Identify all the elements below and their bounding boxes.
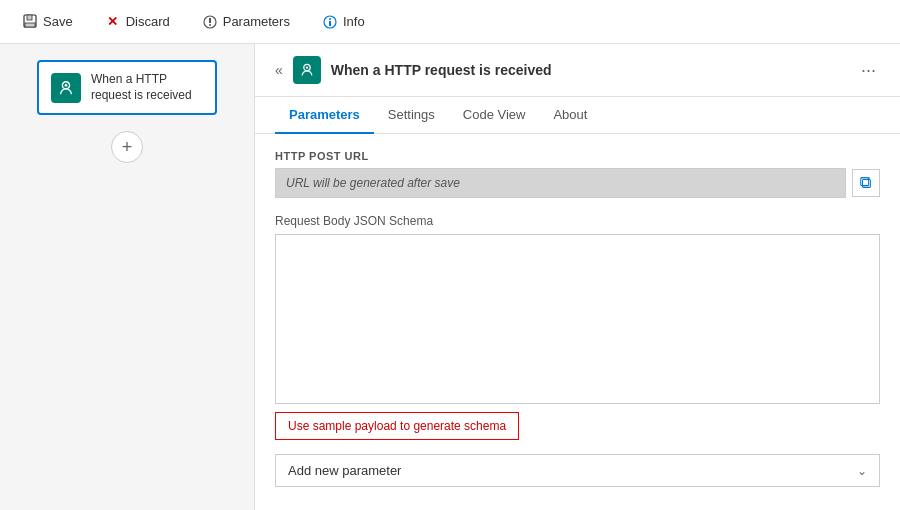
right-panel: « When a HTTP request is received ··· Pa… <box>255 44 900 510</box>
info-label: Info <box>343 14 365 29</box>
url-placeholder-text: URL will be generated after save <box>286 176 460 190</box>
save-button[interactable]: Save <box>16 10 79 34</box>
generate-btn-label: Use sample payload to generate schema <box>288 419 506 433</box>
svg-point-5 <box>209 24 211 26</box>
tab-settings[interactable]: Settings <box>374 97 449 134</box>
tab-about[interactable]: About <box>539 97 601 134</box>
discard-label: Discard <box>126 14 170 29</box>
add-icon: + <box>122 137 133 158</box>
more-options-button[interactable]: ··· <box>857 61 880 79</box>
svg-rect-14 <box>861 178 869 186</box>
parameters-button[interactable]: Parameters <box>196 10 296 34</box>
tab-parameters[interactable]: Parameters <box>275 97 374 134</box>
svg-rect-4 <box>209 18 211 23</box>
svg-rect-13 <box>863 180 871 188</box>
http-post-url-label: HTTP POST URL <box>275 150 880 162</box>
discard-icon: ✕ <box>105 14 121 30</box>
schema-label: Request Body JSON Schema <box>275 214 880 228</box>
copy-url-button[interactable] <box>852 169 880 197</box>
svg-rect-8 <box>329 21 331 26</box>
chevron-down-icon: ⌄ <box>857 464 867 478</box>
save-label: Save <box>43 14 73 29</box>
svg-point-12 <box>306 66 308 68</box>
svg-rect-2 <box>25 23 35 27</box>
main-layout: When a HTTP request is received + « When… <box>0 44 900 510</box>
trigger-node-icon <box>51 73 81 103</box>
url-field: URL will be generated after save <box>275 168 846 198</box>
tab-code-view[interactable]: Code View <box>449 97 540 134</box>
url-field-wrapper: URL will be generated after save <box>275 168 880 198</box>
trigger-node-label: When a HTTP request is received <box>91 72 203 103</box>
parameters-label: Parameters <box>223 14 290 29</box>
svg-point-10 <box>65 84 68 87</box>
add-param-text: Add new parameter <box>288 463 401 478</box>
right-panel-header: « When a HTTP request is received ··· <box>255 44 900 97</box>
info-button[interactable]: Info <box>316 10 371 34</box>
svg-point-7 <box>329 18 331 20</box>
tabs: Parameters Settings Code View About <box>255 97 900 134</box>
expand-button[interactable]: « <box>275 62 283 78</box>
right-header-title: When a HTTP request is received <box>331 62 847 78</box>
discard-button[interactable]: ✕ Discard <box>99 10 176 34</box>
parameters-content: HTTP POST URL URL will be generated afte… <box>255 134 900 503</box>
right-header-icon <box>293 56 321 84</box>
schema-textarea[interactable] <box>275 234 880 404</box>
add-parameter-row[interactable]: Add new parameter ⌄ <box>275 454 880 487</box>
toolbar: Save ✕ Discard Parameters Info <box>0 0 900 44</box>
trigger-node[interactable]: When a HTTP request is received <box>37 60 217 115</box>
svg-rect-1 <box>27 15 32 20</box>
info-icon <box>322 14 338 30</box>
save-icon <box>22 14 38 30</box>
parameters-icon <box>202 14 218 30</box>
left-panel: When a HTTP request is received + <box>0 44 255 510</box>
generate-schema-button[interactable]: Use sample payload to generate schema <box>275 412 519 440</box>
add-step-button[interactable]: + <box>111 131 143 163</box>
